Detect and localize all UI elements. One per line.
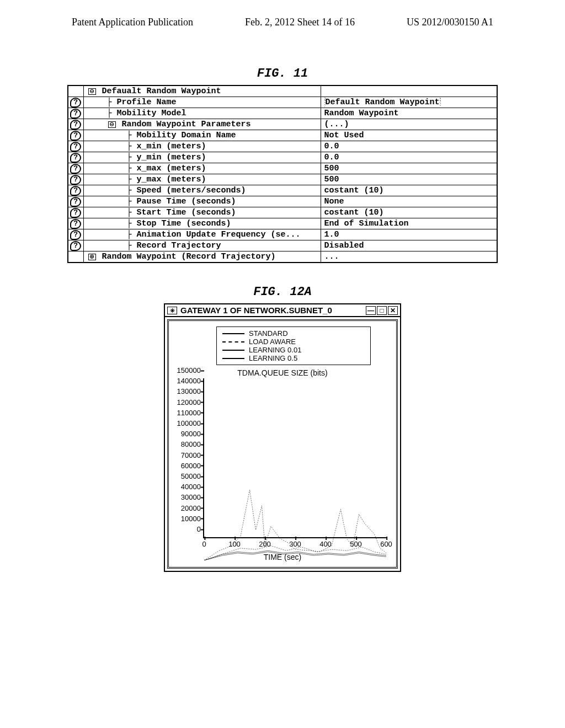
param-value[interactable]: Random Waypoint <box>321 108 497 119</box>
table-row: ? ├ Start Time (seconds)costant (10) <box>68 207 497 218</box>
help-icon[interactable]: ? <box>70 164 81 174</box>
help-icon-cell[interactable]: ? <box>68 97 83 108</box>
param-label-text: Mobility Model <box>117 109 186 118</box>
help-icon-cell[interactable]: ? <box>68 218 83 229</box>
y-tick: 140000 <box>173 377 201 385</box>
param-label[interactable]: ⊖ Random Waypoint Parameters <box>83 119 321 130</box>
y-tick: 120000 <box>173 398 201 406</box>
chart-legend: STANDARD LOAD AWARE LEARNING 0.01 LEARNI… <box>216 326 371 365</box>
maximize-button[interactable]: □ <box>377 306 387 315</box>
help-icon-cell[interactable]: ? <box>68 207 83 218</box>
help-icon-cell[interactable]: ? <box>68 119 83 130</box>
help-icon[interactable]: ? <box>70 131 81 141</box>
param-label-text: Defaualt Random Waypoint <box>102 87 221 96</box>
x-tick: 400 <box>319 540 332 548</box>
param-value[interactable]: 0.0 <box>321 152 497 163</box>
param-label-text: y_max (meters) <box>137 175 206 184</box>
param-value[interactable]: (...) <box>321 119 497 130</box>
help-icon[interactable]: ? <box>70 120 81 130</box>
x-tick: 600 <box>380 540 392 548</box>
help-icon-cell[interactable]: ? <box>68 163 83 174</box>
help-icon[interactable]: ? <box>70 219 81 229</box>
param-value[interactable]: Not Used <box>321 130 497 141</box>
table-row: ? ├ Record TrajectoryDisabled <box>68 240 497 251</box>
legend-item: STANDARD <box>249 329 288 338</box>
param-label[interactable]: ├ Record Trajectory <box>83 240 321 251</box>
param-label-text: Speed (meters/seconds) <box>137 186 246 195</box>
help-icon[interactable]: ? <box>70 109 81 119</box>
minimize-button[interactable]: — <box>366 306 376 315</box>
help-icon[interactable]: ? <box>70 142 81 152</box>
table-row: ? ├ Pause Time (seconds)None <box>68 196 497 207</box>
param-value[interactable]: 500 <box>321 174 497 185</box>
param-label[interactable]: ⊕ Random Waypoint (Record Trajectory) <box>83 251 321 263</box>
help-icon[interactable]: ? <box>70 197 81 207</box>
help-icon[interactable]: ? <box>70 208 81 218</box>
param-value[interactable]: 0.0 <box>321 141 497 152</box>
param-label-text: Pause Time (seconds) <box>137 197 236 206</box>
legend-item: LEARNING 0.5 <box>249 354 297 362</box>
param-label[interactable]: ├ Pause Time (seconds) <box>83 196 321 207</box>
param-label[interactable]: ├ Start Time (seconds) <box>83 207 321 218</box>
help-icon-cell[interactable]: ? <box>68 152 83 163</box>
help-icon-cell[interactable]: ? <box>68 240 83 251</box>
table-row: ? ├ y_min (meters)0.0 <box>68 152 497 163</box>
legend-item: LEARNING 0.01 <box>249 346 301 354</box>
help-icon[interactable]: ? <box>70 175 81 185</box>
help-icon-cell[interactable]: ? <box>68 130 83 141</box>
help-icon-cell[interactable]: ? <box>68 185 83 196</box>
param-label[interactable]: ├ Stop Time (seconds) <box>83 218 321 229</box>
param-label[interactable]: ⊖ Defaualt Random Waypoint <box>83 85 321 97</box>
param-value[interactable]: 500 <box>321 163 497 174</box>
param-label-text: Mobility Domain Name <box>137 131 236 140</box>
param-label[interactable]: ├ Mobility Model <box>83 108 321 119</box>
y-tick: 130000 <box>173 387 201 395</box>
y-tick: 50000 <box>173 472 201 480</box>
help-icon[interactable]: ? <box>70 241 81 251</box>
param-value[interactable]: costant (10) <box>321 185 497 196</box>
param-label[interactable]: ├ Animation Update Frequency (se... <box>83 229 321 240</box>
param-value[interactable]: End of Simulation <box>321 218 497 229</box>
param-label[interactable]: ├ Speed (meters/seconds) <box>83 185 321 196</box>
expand-icon[interactable]: ⊕ <box>88 254 96 260</box>
help-icon[interactable]: ? <box>70 153 81 163</box>
parameters-table: ⊖ Defaualt Random Waypoint? ├ Profile Na… <box>67 85 498 263</box>
help-icon-cell <box>68 251 83 263</box>
param-label-text: y_min (meters) <box>137 153 206 162</box>
series-line <box>204 552 386 560</box>
param-value[interactable]: None <box>321 196 497 207</box>
param-value[interactable]: 1.0 <box>321 229 497 240</box>
param-label-text: Random Waypoint Parameters <box>122 120 251 129</box>
help-icon[interactable]: ? <box>70 186 81 196</box>
help-icon-cell[interactable]: ? <box>68 229 83 240</box>
y-tick: 150000 <box>173 366 201 374</box>
help-icon-cell[interactable]: ? <box>68 141 83 152</box>
y-tick: 20000 <box>173 504 201 512</box>
param-label[interactable]: ├ y_max (meters) <box>83 174 321 185</box>
param-label[interactable]: ├ x_min (meters) <box>83 141 321 152</box>
help-icon-cell[interactable]: ? <box>68 108 83 119</box>
param-label-text: x_max (meters) <box>137 164 206 173</box>
help-icon-cell[interactable]: ? <box>68 196 83 207</box>
help-icon[interactable]: ? <box>70 98 81 108</box>
close-button[interactable]: ✕ <box>388 306 398 315</box>
table-row: ? ⊖ Random Waypoint Parameters(...) <box>68 119 497 130</box>
param-label[interactable]: ├ x_max (meters) <box>83 163 321 174</box>
param-label[interactable]: ├ Mobility Domain Name <box>83 130 321 141</box>
param-value[interactable]: ... <box>321 251 497 263</box>
table-row: ? ├ Mobility ModelRandom Waypoint <box>68 108 497 119</box>
y-tick: 0 <box>173 525 201 533</box>
collapse-icon[interactable]: ⊖ <box>108 121 116 128</box>
collapse-icon[interactable]: ⊖ <box>88 88 96 95</box>
y-tick: 60000 <box>173 461 201 469</box>
x-tick: 200 <box>259 540 271 548</box>
help-icon[interactable]: ? <box>70 230 81 240</box>
param-value[interactable] <box>321 85 497 97</box>
help-icon-cell[interactable]: ? <box>68 174 83 185</box>
param-value[interactable]: Disabled <box>321 240 497 251</box>
param-value[interactable]: costant (10) <box>321 207 497 218</box>
param-value[interactable]: Default Random Waypoint <box>321 97 497 108</box>
param-label[interactable]: ├ Profile Name <box>83 97 321 108</box>
param-label[interactable]: ├ y_min (meters) <box>83 152 321 163</box>
table-row: ? ├ Animation Update Frequency (se...1.0 <box>68 229 497 240</box>
